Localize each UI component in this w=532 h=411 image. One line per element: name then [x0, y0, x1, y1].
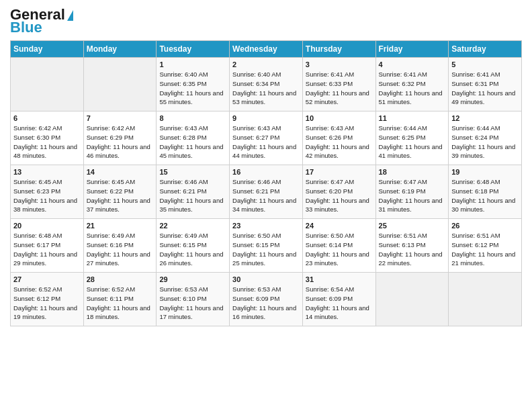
day-info: Sunrise: 6:43 AMSunset: 6:27 PMDaylight:…	[232, 124, 300, 161]
day-number: 29	[159, 275, 226, 283]
calendar-cell-w2d4: 17Sunrise: 6:47 AMSunset: 6:20 PMDayligh…	[302, 165, 375, 219]
day-number: 26	[451, 222, 519, 230]
calendar-cell-w3d4: 24Sunrise: 6:50 AMSunset: 6:14 PMDayligh…	[302, 219, 375, 273]
calendar-cell-w4d0: 27Sunrise: 6:52 AMSunset: 6:12 PMDayligh…	[11, 273, 84, 326]
day-number: 31	[306, 275, 373, 283]
day-info: Sunrise: 6:54 AMSunset: 6:09 PMDaylight:…	[306, 285, 373, 322]
col-header-tuesday: Tuesday	[157, 41, 230, 58]
day-number: 9	[232, 114, 300, 122]
day-number: 18	[379, 168, 446, 176]
day-number: 14	[87, 168, 154, 176]
day-info: Sunrise: 6:42 AMSunset: 6:29 PMDaylight:…	[87, 124, 154, 161]
day-info: Sunrise: 6:43 AMSunset: 6:28 PMDaylight:…	[159, 124, 226, 161]
calendar-cell-w4d5	[375, 273, 449, 326]
calendar-cell-w4d6	[449, 273, 522, 326]
day-number: 19	[451, 168, 519, 176]
day-number: 12	[451, 114, 519, 122]
calendar-cell-w0d1	[83, 58, 157, 111]
col-header-wednesday: Wednesday	[230, 41, 303, 58]
day-number: 24	[306, 222, 373, 230]
day-number: 17	[306, 168, 373, 176]
calendar-cell-w0d6: 5Sunrise: 6:41 AMSunset: 6:31 PMDaylight…	[449, 58, 522, 111]
calendar-cell-w2d5: 18Sunrise: 6:47 AMSunset: 6:19 PMDayligh…	[375, 165, 449, 219]
calendar-cell-w1d1: 7Sunrise: 6:42 AMSunset: 6:29 PMDaylight…	[83, 111, 157, 165]
day-number: 23	[232, 222, 300, 230]
day-info: Sunrise: 6:40 AMSunset: 6:35 PMDaylight:…	[159, 70, 226, 107]
day-info: Sunrise: 6:44 AMSunset: 6:24 PMDaylight:…	[451, 124, 519, 161]
day-number: 30	[232, 275, 300, 283]
day-info: Sunrise: 6:41 AMSunset: 6:32 PMDaylight:…	[379, 70, 446, 107]
day-info: Sunrise: 6:48 AMSunset: 6:17 PMDaylight:…	[13, 231, 81, 268]
day-info: Sunrise: 6:41 AMSunset: 6:31 PMDaylight:…	[451, 70, 519, 107]
calendar-cell-w2d2: 15Sunrise: 6:46 AMSunset: 6:21 PMDayligh…	[157, 165, 230, 219]
calendar-cell-w3d6: 26Sunrise: 6:51 AMSunset: 6:12 PMDayligh…	[449, 219, 522, 273]
day-info: Sunrise: 6:51 AMSunset: 6:12 PMDaylight:…	[451, 231, 519, 268]
day-info: Sunrise: 6:47 AMSunset: 6:20 PMDaylight:…	[306, 177, 373, 214]
col-header-saturday: Saturday	[449, 41, 522, 58]
col-header-sunday: Sunday	[11, 41, 84, 58]
day-info: Sunrise: 6:53 AMSunset: 6:10 PMDaylight:…	[159, 285, 226, 322]
calendar-cell-w0d5: 4Sunrise: 6:41 AMSunset: 6:32 PMDaylight…	[375, 58, 449, 111]
day-number: 15	[159, 168, 226, 176]
calendar-table: SundayMondayTuesdayWednesdayThursdayFrid…	[10, 40, 522, 326]
calendar-cell-w4d3: 30Sunrise: 6:53 AMSunset: 6:09 PMDayligh…	[230, 273, 303, 326]
day-info: Sunrise: 6:49 AMSunset: 6:16 PMDaylight:…	[87, 231, 154, 268]
day-info: Sunrise: 6:48 AMSunset: 6:18 PMDaylight:…	[451, 177, 519, 214]
day-info: Sunrise: 6:45 AMSunset: 6:22 PMDaylight:…	[87, 177, 154, 214]
calendar-cell-w3d3: 23Sunrise: 6:50 AMSunset: 6:15 PMDayligh…	[230, 219, 303, 273]
day-number: 11	[379, 114, 446, 122]
calendar-cell-w1d2: 8Sunrise: 6:43 AMSunset: 6:28 PMDaylight…	[157, 111, 230, 165]
col-header-friday: Friday	[375, 41, 449, 58]
day-number: 10	[306, 114, 373, 122]
day-info: Sunrise: 6:50 AMSunset: 6:14 PMDaylight:…	[306, 231, 373, 268]
calendar-cell-w1d0: 6Sunrise: 6:42 AMSunset: 6:30 PMDaylight…	[11, 111, 84, 165]
col-header-thursday: Thursday	[302, 41, 375, 58]
day-info: Sunrise: 6:40 AMSunset: 6:34 PMDaylight:…	[232, 70, 300, 107]
day-number: 21	[87, 222, 154, 230]
day-number: 1	[159, 60, 226, 68]
day-number: 28	[87, 275, 154, 283]
day-info: Sunrise: 6:45 AMSunset: 6:23 PMDaylight:…	[13, 177, 81, 214]
day-info: Sunrise: 6:52 AMSunset: 6:11 PMDaylight:…	[87, 285, 154, 322]
calendar-cell-w4d2: 29Sunrise: 6:53 AMSunset: 6:10 PMDayligh…	[157, 273, 230, 326]
day-info: Sunrise: 6:47 AMSunset: 6:19 PMDaylight:…	[379, 177, 446, 214]
day-info: Sunrise: 6:42 AMSunset: 6:30 PMDaylight:…	[13, 124, 81, 161]
day-number: 5	[451, 60, 519, 68]
calendar-cell-w1d5: 11Sunrise: 6:44 AMSunset: 6:25 PMDayligh…	[375, 111, 449, 165]
calendar-cell-w2d3: 16Sunrise: 6:46 AMSunset: 6:21 PMDayligh…	[230, 165, 303, 219]
calendar-cell-w0d3: 2Sunrise: 6:40 AMSunset: 6:34 PMDaylight…	[230, 58, 303, 111]
day-info: Sunrise: 6:43 AMSunset: 6:26 PMDaylight:…	[306, 124, 373, 161]
day-number: 3	[306, 60, 373, 68]
day-number: 4	[379, 60, 446, 68]
logo-blue: Blue	[10, 20, 42, 35]
calendar-cell-w2d1: 14Sunrise: 6:45 AMSunset: 6:22 PMDayligh…	[83, 165, 157, 219]
day-info: Sunrise: 6:44 AMSunset: 6:25 PMDaylight:…	[379, 124, 446, 161]
day-info: Sunrise: 6:51 AMSunset: 6:13 PMDaylight:…	[379, 231, 446, 268]
calendar-cell-w3d0: 20Sunrise: 6:48 AMSunset: 6:17 PMDayligh…	[11, 219, 84, 273]
day-info: Sunrise: 6:46 AMSunset: 6:21 PMDaylight:…	[159, 177, 226, 214]
calendar-cell-w4d1: 28Sunrise: 6:52 AMSunset: 6:11 PMDayligh…	[83, 273, 157, 326]
day-info: Sunrise: 6:53 AMSunset: 6:09 PMDaylight:…	[232, 285, 300, 322]
day-number: 22	[159, 222, 226, 230]
day-number: 25	[379, 222, 446, 230]
day-info: Sunrise: 6:49 AMSunset: 6:15 PMDaylight:…	[159, 231, 226, 268]
calendar-cell-w1d4: 10Sunrise: 6:43 AMSunset: 6:26 PMDayligh…	[302, 111, 375, 165]
day-info: Sunrise: 6:41 AMSunset: 6:33 PMDaylight:…	[306, 70, 373, 107]
day-number: 13	[13, 168, 81, 176]
day-info: Sunrise: 6:46 AMSunset: 6:21 PMDaylight:…	[232, 177, 300, 214]
calendar-cell-w3d5: 25Sunrise: 6:51 AMSunset: 6:13 PMDayligh…	[375, 219, 449, 273]
day-info: Sunrise: 6:52 AMSunset: 6:12 PMDaylight:…	[13, 285, 81, 322]
day-info: Sunrise: 6:50 AMSunset: 6:15 PMDaylight:…	[232, 231, 300, 268]
day-number: 2	[232, 60, 300, 68]
day-number: 7	[87, 114, 154, 122]
calendar-cell-w0d4: 3Sunrise: 6:41 AMSunset: 6:33 PMDaylight…	[302, 58, 375, 111]
calendar-cell-w0d0	[11, 58, 84, 111]
calendar-cell-w2d0: 13Sunrise: 6:45 AMSunset: 6:23 PMDayligh…	[11, 165, 84, 219]
day-number: 8	[159, 114, 226, 122]
calendar-cell-w3d1: 21Sunrise: 6:49 AMSunset: 6:16 PMDayligh…	[83, 219, 157, 273]
calendar-cell-w0d2: 1Sunrise: 6:40 AMSunset: 6:35 PMDaylight…	[157, 58, 230, 111]
calendar-cell-w4d4: 31Sunrise: 6:54 AMSunset: 6:09 PMDayligh…	[302, 273, 375, 326]
col-header-monday: Monday	[83, 41, 157, 58]
calendar-cell-w2d6: 19Sunrise: 6:48 AMSunset: 6:18 PMDayligh…	[449, 165, 522, 219]
calendar-cell-w1d6: 12Sunrise: 6:44 AMSunset: 6:24 PMDayligh…	[449, 111, 522, 165]
